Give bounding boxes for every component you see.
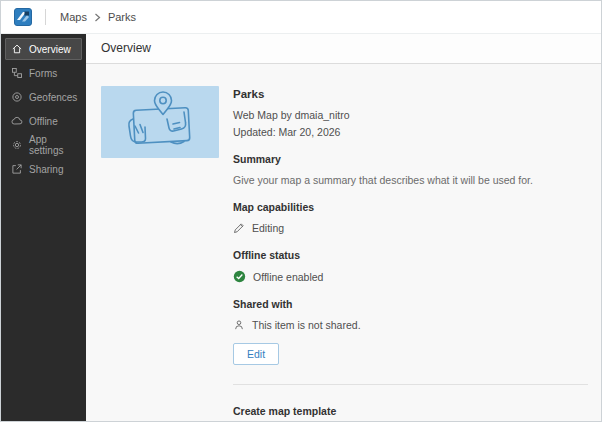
create-template-heading: Create map template [233, 405, 588, 417]
summary-placeholder-text: Give your map a summary that describes w… [233, 174, 588, 186]
page-title: Overview [101, 41, 151, 55]
main-panel: Overview [86, 33, 601, 421]
page-header-bar: Overview [86, 33, 601, 64]
section-divider [233, 384, 588, 385]
sidebar-item-label: Sharing [29, 164, 63, 175]
shared-with-heading: Shared with [233, 298, 588, 310]
field-maps-window: Maps Parks Overview Forms Geofences [0, 0, 602, 422]
breadcrumb-maps-link[interactable]: Maps [60, 11, 87, 23]
sidebar-item-sharing[interactable]: Sharing [5, 158, 82, 180]
breadcrumb-current-page: Parks [108, 11, 136, 23]
breadcrumb: Maps Parks [60, 11, 136, 23]
offline-cloud-icon [11, 115, 23, 127]
sidebar-item-label: Overview [29, 44, 71, 55]
offline-status-heading: Offline status [233, 249, 588, 261]
offline-status-text: Offline enabled [253, 271, 323, 283]
geofences-icon [11, 91, 23, 103]
sidebar-item-overview[interactable]: Overview [5, 38, 82, 60]
sidebar-item-forms[interactable]: Forms [5, 62, 82, 84]
forms-icon [11, 67, 23, 79]
pencil-icon [233, 222, 245, 234]
chevron-right-icon [94, 13, 101, 22]
item-details: Parks Web Map by dmaia_nitro Updated: Ma… [233, 86, 588, 422]
check-circle-icon [233, 270, 246, 283]
summary-heading: Summary [233, 153, 588, 165]
sidebar-item-label: Geofences [29, 92, 77, 103]
sidebar-item-label: Offline [29, 116, 58, 127]
sidebar-item-label: Forms [29, 68, 57, 79]
item-title: Parks [233, 88, 588, 100]
item-updated-date: Updated: Mar 20, 2026 [233, 126, 588, 138]
home-icon [11, 43, 23, 55]
gear-icon [11, 139, 23, 151]
overview-content: Parks Web Map by dmaia_nitro Updated: Ma… [86, 64, 601, 422]
header-divider [45, 9, 46, 25]
offline-status-row: Offline enabled [233, 270, 588, 283]
capability-editing-label: Editing [252, 222, 284, 234]
share-icon [11, 163, 23, 175]
sidebar-item-offline[interactable]: Offline [5, 110, 82, 132]
field-maps-logo-icon[interactable] [14, 8, 32, 26]
sidebar-item-label: App settings [29, 134, 76, 156]
sidebar-item-app-settings[interactable]: App settings [5, 134, 82, 156]
shared-with-text: This item is not shared. [252, 319, 361, 331]
sidebar-item-geofences[interactable]: Geofences [5, 86, 82, 108]
map-capabilities-heading: Map capabilities [233, 201, 588, 213]
edit-button[interactable]: Edit [233, 343, 279, 365]
item-type-owner: Web Map by dmaia_nitro [233, 109, 588, 121]
shared-with-row: This item is not shared. [233, 319, 588, 331]
person-icon [233, 319, 245, 331]
app-header: Maps Parks [1, 1, 601, 34]
capability-editing-row: Editing [233, 222, 588, 234]
map-thumbnail[interactable] [101, 86, 219, 158]
sidebar-nav: Overview Forms Geofences Offline App set [1, 33, 86, 421]
